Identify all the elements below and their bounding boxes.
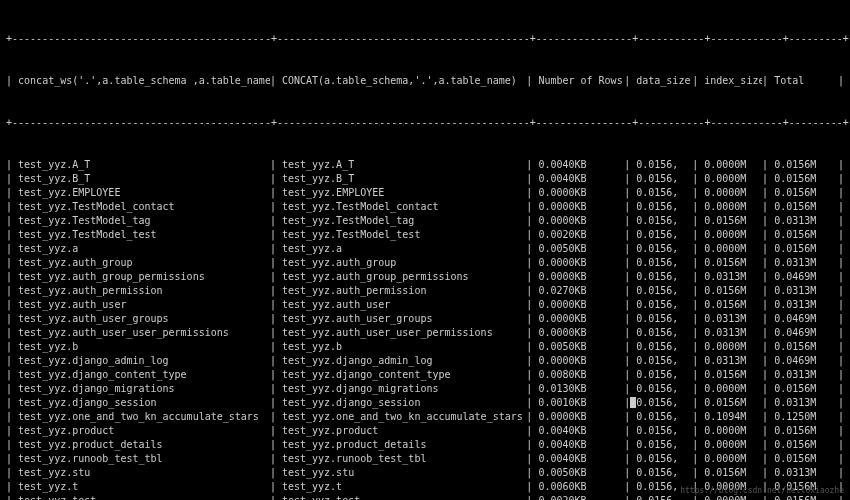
cell-data-size: 0.0156, — [636, 340, 692, 354]
cell-schema-table: test_yyz.a — [18, 242, 270, 256]
cell-rows: 0.0020KB — [538, 494, 624, 500]
cell-data-size: 0.0156, — [636, 298, 692, 312]
terminal-output: +---------------------------------------… — [0, 0, 850, 500]
cell-concat: test_yyz.EMPLOYEE — [282, 186, 526, 200]
cell-schema-table: test_yyz.django_migrations — [18, 382, 270, 396]
table-row: | test_yyz.EMPLOYEE| test_yyz.EMPLOYEE| … — [6, 186, 844, 200]
cell-rows: 0.0060KB — [538, 480, 624, 494]
cell-data-size: 0.0156, — [636, 438, 692, 452]
cell-rows: 0.0040KB — [538, 452, 624, 466]
col-header-5: index_size — [704, 74, 762, 88]
cell-concat: test_yyz.stu — [282, 466, 526, 480]
table-row: | test_yyz.one_and_two_kn_accumulate_sta… — [6, 410, 844, 424]
cell-schema-table: test_yyz.auth_group_permissions — [18, 270, 270, 284]
cell-index-size: 0.0156M — [704, 298, 762, 312]
cell-data-size: 0.0156, — [636, 312, 692, 326]
separator-mid: +---------------------------------------… — [6, 116, 844, 130]
cell-schema-table: test_yyz.TestModel_test — [18, 228, 270, 242]
cell-concat: test_yyz.django_session — [282, 396, 526, 410]
cell-index-size: 0.0156M — [704, 466, 762, 480]
table-row: | test_yyz.A_T| test_yyz.A_T| 0.0040KB| … — [6, 158, 844, 172]
cell-schema-table: test_yyz.django_content_type — [18, 368, 270, 382]
table-row: | test_yyz.product_details| test_yyz.pro… — [6, 438, 844, 452]
cell-total: 0.0156M — [774, 158, 832, 172]
cell-schema-table: test_yyz.EMPLOYEE — [18, 186, 270, 200]
cell-concat: test_yyz.t — [282, 480, 526, 494]
cell-schema-table: test_yyz.runoob_test_tbl — [18, 452, 270, 466]
table-row: | test_yyz.b| test_yyz.b| 0.0050KB| 0.01… — [6, 340, 844, 354]
cell-rows: 0.0040KB — [538, 172, 624, 186]
table-row: | test_yyz.auth_group| test_yyz.auth_gro… — [6, 256, 844, 270]
cell-rows: 0.0000KB — [538, 270, 624, 284]
cell-total: 0.0313M — [774, 284, 832, 298]
cell-data-size: 0.0156, — [636, 410, 692, 424]
cell-concat: test_yyz.product_details — [282, 438, 526, 452]
cell-concat: test_yyz.b — [282, 340, 526, 354]
cell-concat: test_yyz.auth_user — [282, 298, 526, 312]
cell-concat: test_yyz.auth_group — [282, 256, 526, 270]
table-row: | test_yyz.TestModel_tag| test_yyz.TestM… — [6, 214, 844, 228]
table-row: | test_yyz.runoob_test_tbl| test_yyz.run… — [6, 452, 844, 466]
cell-rows: 0.0000KB — [538, 200, 624, 214]
cell-schema-table: test_yyz.product — [18, 424, 270, 438]
cell-total: 0.0156M — [774, 382, 832, 396]
cell-index-size: 0.0000M — [704, 228, 762, 242]
cell-schema-table: test_yyz.one_and_two_kn_accumulate_stars — [18, 410, 270, 424]
cell-rows: 0.0050KB — [538, 466, 624, 480]
cell-schema-table: test_yyz.django_session — [18, 396, 270, 410]
col-header-4: data_size — [636, 74, 692, 88]
cell-index-size: 0.0000M — [704, 452, 762, 466]
cell-schema-table: test_yyz.TestModel_contact — [18, 200, 270, 214]
cell-rows: 0.0000KB — [538, 354, 624, 368]
cell-data-size: 0.0156, — [636, 354, 692, 368]
cell-data-size: 0.0156, — [636, 326, 692, 340]
cell-total: 0.0313M — [774, 214, 832, 228]
cell-schema-table: test_yyz.auth_user — [18, 298, 270, 312]
cell-index-size: 0.0000M — [704, 186, 762, 200]
cell-rows: 0.0000KB — [538, 312, 624, 326]
col-header-1: concat_ws('.',a.table_schema ,a.table_na… — [18, 74, 270, 88]
cell-rows: 0.0040KB — [538, 424, 624, 438]
cell-schema-table: test_yyz.auth_permission — [18, 284, 270, 298]
cell-rows: 0.0000KB — [538, 326, 624, 340]
table-row: | test_yyz.auth_user_user_permissions| t… — [6, 326, 844, 340]
cell-concat: test_yyz.runoob_test_tbl — [282, 452, 526, 466]
cell-data-size: 0.0156, — [636, 368, 692, 382]
cell-rows: 0.0000KB — [538, 410, 624, 424]
cell-schema-table: test_yyz.auth_user_groups — [18, 312, 270, 326]
cell-total: 0.0469M — [774, 354, 832, 368]
cell-data-size: 0.0156, — [636, 284, 692, 298]
cell-index-size: 0.0000M — [704, 340, 762, 354]
cell-concat: test_yyz.B_T — [282, 172, 526, 186]
cell-index-size: 0.0313M — [704, 354, 762, 368]
cell-rows: 0.0130KB — [538, 382, 624, 396]
cell-rows: 0.0050KB — [538, 340, 624, 354]
cell-rows: 0.0000KB — [538, 214, 624, 228]
cell-data-size: 0.0156, — [636, 214, 692, 228]
cell-index-size: 0.0156M — [704, 284, 762, 298]
cell-schema-table: test_yyz.b — [18, 340, 270, 354]
cell-index-size: 0.0000M — [704, 382, 762, 396]
cell-total: 0.0156M — [774, 186, 832, 200]
watermark: https://blog.csdn.net/helloxiaozhe — [680, 485, 844, 496]
cell-schema-table: test_yyz.auth_user_user_permissions — [18, 326, 270, 340]
cell-total: 0.0156M — [774, 242, 832, 256]
cell-concat: test_yyz.auth_permission — [282, 284, 526, 298]
cell-index-size: 0.0156M — [704, 214, 762, 228]
cell-index-size: 0.0313M — [704, 312, 762, 326]
table-row: | test_yyz.product| test_yyz.product| 0.… — [6, 424, 844, 438]
cell-schema-table: test_yyz.django_admin_log — [18, 354, 270, 368]
cell-index-size: 0.0156M — [704, 256, 762, 270]
cell-concat: test_yyz.product — [282, 424, 526, 438]
cell-data-size: 0.0156, — [636, 396, 692, 410]
cell-rows: 0.0080KB — [538, 368, 624, 382]
cell-total: 0.0156M — [774, 228, 832, 242]
cell-rows: 0.0040KB — [538, 438, 624, 452]
cell-concat: test_yyz.one_and_two_kn_accumulate_stars — [282, 410, 526, 424]
cell-rows: 0.0020KB — [538, 228, 624, 242]
cell-schema-table: test_yyz.auth_group — [18, 256, 270, 270]
cell-data-size: 0.0156, — [636, 200, 692, 214]
col-header-6: Total — [774, 74, 832, 88]
table-row: | test_yyz.auth_user_groups| test_yyz.au… — [6, 312, 844, 326]
table-row: | test_yyz.TestModel_contact| test_yyz.T… — [6, 200, 844, 214]
